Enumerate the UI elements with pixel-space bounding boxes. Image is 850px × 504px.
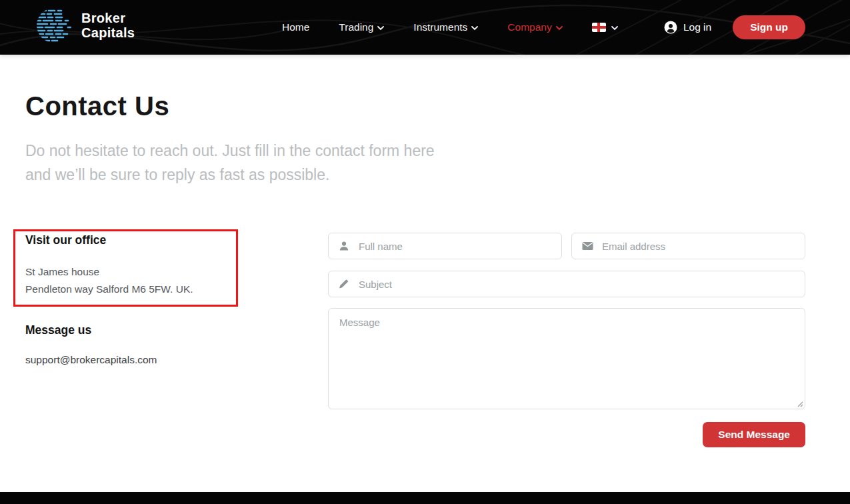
email-field-wrap	[571, 233, 805, 259]
chevron-down-icon	[611, 26, 618, 31]
message-us-heading: Message us	[25, 323, 91, 337]
envelope-icon	[582, 242, 593, 251]
signup-button[interactable]: Sign up	[733, 15, 805, 39]
user-icon	[339, 241, 349, 251]
subtitle-line-2: and we’ll be sure to reply as fast as po…	[25, 163, 435, 187]
top-navbar: Broker Capitals Home Trading Instruments…	[0, 0, 850, 55]
chevron-down-icon	[556, 26, 563, 31]
language-selector[interactable]	[592, 23, 618, 32]
subject-input[interactable]	[328, 271, 805, 297]
nav-item-company[interactable]: Company	[507, 21, 562, 33]
form-actions: Send Message	[328, 422, 805, 447]
brand-name: Broker Capitals	[81, 11, 135, 40]
send-message-button[interactable]: Send Message	[703, 422, 805, 447]
chevron-down-icon	[377, 26, 384, 31]
nav-label: Instruments	[413, 21, 467, 33]
subtitle-line-1: Do not hesitate to reach out. Just fill …	[25, 139, 435, 163]
nav-item-home[interactable]: Home	[282, 21, 309, 33]
england-flag-icon	[592, 23, 606, 32]
login-label: Log in	[683, 21, 711, 33]
full-name-field-wrap	[328, 233, 562, 259]
address-line-1: St James house	[25, 263, 193, 281]
office-address: St James house Pendleton way Salford M6 …	[25, 263, 193, 298]
page-subtitle: Do not hesitate to reach out. Just fill …	[25, 139, 435, 187]
nav-item-trading[interactable]: Trading	[339, 21, 384, 33]
full-name-input[interactable]	[328, 233, 562, 259]
nav-label: Trading	[339, 21, 373, 33]
page-title: Contact Us	[25, 91, 169, 121]
chevron-down-icon	[471, 26, 478, 31]
pencil-icon	[339, 279, 349, 289]
contact-page: Broker Capitals Home Trading Instruments…	[0, 0, 850, 504]
nav-label: Company	[507, 21, 551, 33]
subject-field-wrap	[328, 271, 805, 297]
address-line-2: Pendleton way Salford M6 5FW. UK.	[25, 281, 193, 298]
user-circle-icon	[664, 21, 677, 34]
footer-bar	[0, 492, 850, 504]
brand-logo[interactable]: Broker Capitals	[35, 6, 135, 45]
message-field-wrap	[328, 308, 805, 409]
support-email: support@brokercapitals.com	[25, 354, 157, 366]
office-heading: Visit our office	[25, 233, 106, 247]
nav-item-instruments[interactable]: Instruments	[413, 21, 478, 33]
message-textarea[interactable]	[328, 308, 805, 409]
globe-fingerprint-logo-icon	[35, 6, 73, 45]
contact-form: Send Message	[328, 233, 805, 447]
auth-area: Log in Sign up	[664, 0, 805, 55]
login-link[interactable]: Log in	[664, 21, 711, 34]
nav-label: Home	[282, 21, 309, 33]
email-input[interactable]	[571, 233, 805, 259]
main-nav: Home Trading Instruments Company	[282, 0, 618, 55]
